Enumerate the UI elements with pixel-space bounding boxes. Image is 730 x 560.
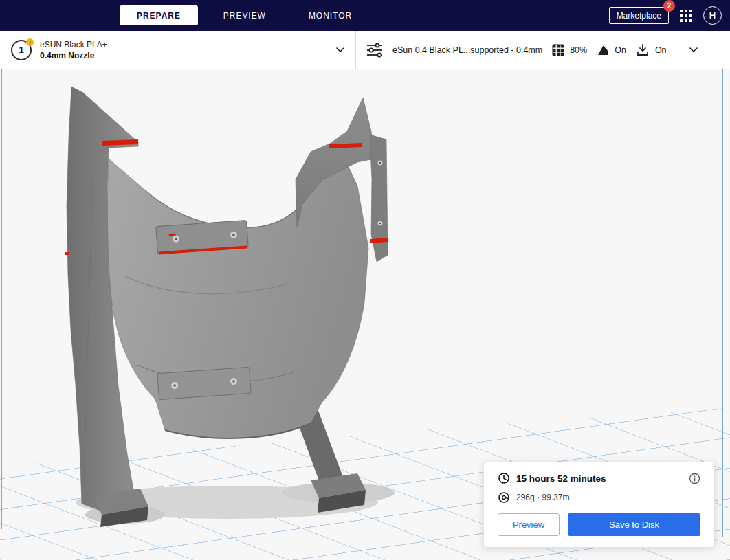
support-icon <box>596 43 610 57</box>
printer-material-selector[interactable]: 1 ! eSUN Black PLA+ 0.4mm Nozzle <box>0 31 356 69</box>
save-to-disk-button[interactable]: Save to Disk <box>568 513 700 536</box>
print-time: 15 hours 52 minutes <box>516 473 606 484</box>
cura-window: PREPARE PREVIEW MONITOR Marketplace 2 H <box>0 0 730 560</box>
warning-icon: ! <box>26 38 34 46</box>
profile-name: eSun 0.4 Black PL...supported - 0.4mm <box>392 45 542 55</box>
stage-tabs: PREPARE PREVIEW MONITOR <box>120 5 369 25</box>
preview-button[interactable]: Preview <box>498 513 560 536</box>
account-avatar[interactable]: H <box>703 6 722 25</box>
chevron-down-icon <box>336 47 344 53</box>
nozzle-size: 0.4mm Nozzle <box>40 51 107 60</box>
configuration-bar: 1 ! eSUN Black PLA+ 0.4mm Nozzle <box>0 31 730 69</box>
tab-prepare[interactable]: PREPARE <box>120 5 198 25</box>
infill-value: 80% <box>570 45 587 55</box>
print-summary-panel: 15 hours 52 minutes <box>483 462 715 548</box>
info-icon[interactable] <box>689 473 700 484</box>
support-value: On <box>615 45 626 55</box>
tab-preview[interactable]: PREVIEW <box>206 5 283 25</box>
3d-viewport[interactable]: 15 hours 52 minutes <box>0 69 730 560</box>
print-settings-selector[interactable]: eSun 0.4 Black PL...supported - 0.4mm 80… <box>356 31 730 69</box>
grid-dots-icon <box>679 9 693 23</box>
chevron-down-icon <box>689 47 698 53</box>
clock-icon <box>498 472 510 484</box>
extruder-badge: 1 ! <box>11 40 32 60</box>
support-setting: On <box>596 43 626 57</box>
top-bar-actions: Marketplace 2 H <box>609 6 722 25</box>
adhesion-icon <box>635 43 650 58</box>
adhesion-value: On <box>655 45 667 55</box>
adhesion-setting: On <box>635 43 667 58</box>
infill-icon <box>551 43 565 57</box>
material-name: eSUN Black PLA+ <box>40 39 107 51</box>
marketplace-badge: 2 <box>663 0 675 12</box>
spool-icon <box>498 491 510 504</box>
sliders-icon <box>366 42 384 58</box>
extruder-number: 1 <box>19 45 23 55</box>
infill-setting: 80% <box>551 43 587 57</box>
top-bar: PREPARE PREVIEW MONITOR Marketplace 2 H <box>0 0 730 31</box>
marketplace-wrap: Marketplace 2 <box>609 7 669 24</box>
material-usage: 296g · 99.37m <box>516 493 569 502</box>
tab-monitor[interactable]: MONITOR <box>291 5 369 25</box>
app-switcher-icon[interactable] <box>679 9 693 23</box>
marketplace-button[interactable]: Marketplace <box>609 7 669 24</box>
